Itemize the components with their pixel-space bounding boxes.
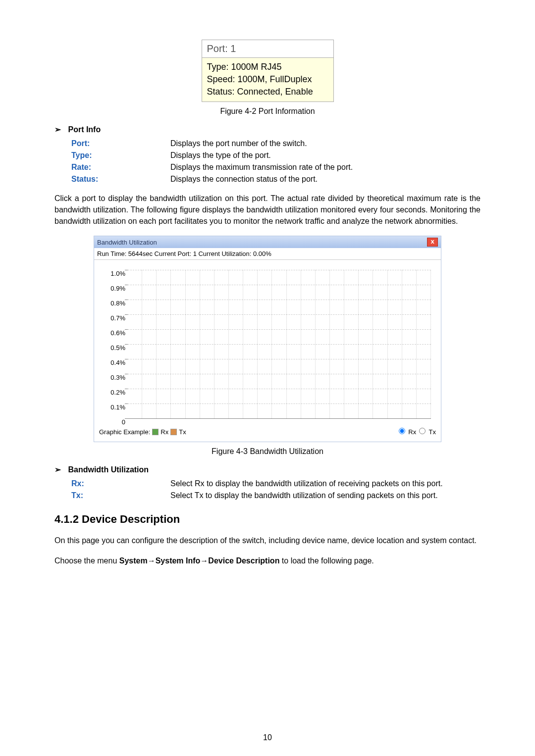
y-tick-label: 0.1% — [103, 403, 125, 411]
bandwidth-run-info: Run Time: 5644sec Current Port: 1 Curren… — [94, 248, 441, 260]
y-tick — [125, 374, 128, 374]
y-tick-label: 0.3% — [103, 374, 125, 381]
y-tick — [125, 418, 128, 419]
bandwidth-chart: 1.0%0.9%0.8%0.7%0.6%0.5%0.4%0.3%0.2%0.1%… — [94, 260, 441, 423]
definition-desc: Select Rx to display the bandwidth utili… — [170, 479, 481, 488]
menu-path-pre: Choose the menu — [54, 556, 119, 565]
gridline — [128, 270, 431, 270]
y-tick-label: 0.6% — [103, 329, 125, 337]
definition-desc: Displays the port number of the switch. — [170, 139, 481, 148]
legend-prefix: Graphic Example: — [99, 428, 150, 436]
gridline — [128, 374, 431, 374]
chart-plot-area: 1.0%0.9%0.8%0.7%0.6%0.5%0.4%0.3%0.2%0.1%… — [128, 270, 431, 419]
y-tick-label: 1.0% — [103, 270, 125, 277]
y-tick — [125, 314, 128, 315]
bandwidth-legend: Graphic Example: Rx Tx Rx Tx — [94, 423, 441, 442]
port-box-body: Type: 1000M RJ45 Speed: 1000M, FullDuple… — [202, 58, 333, 101]
bandwidth-panel-title: Bandwidth Utilization — [97, 239, 427, 246]
gridline — [128, 285, 431, 285]
port-info-box: Port: 1 Type: 1000M RJ45 Speed: 1000M, F… — [202, 40, 334, 102]
definition-label: Rate: — [71, 163, 170, 172]
y-tick-label: 0.5% — [103, 344, 125, 352]
y-tick-label: 0.8% — [103, 300, 125, 307]
figure-4-3-caption: Figure 4-3 Bandwidth Utilization — [54, 447, 481, 456]
section-4-1-2-heading: 4.1.2 Device Description — [54, 513, 481, 526]
y-tick — [125, 270, 128, 270]
y-tick-label: 0.7% — [103, 314, 125, 322]
tx-radio-wrapper[interactable]: Tx — [419, 428, 436, 436]
y-tick — [125, 403, 128, 404]
menu-path-post: to load the following page. — [279, 556, 374, 565]
definition-label: Status: — [71, 175, 170, 184]
definition-desc: Displays the type of the port. — [170, 151, 481, 160]
figure-4-2-caption: Figure 4-2 Port Information — [54, 107, 481, 116]
definition-row: Rx:Select Rx to display the bandwidth ut… — [71, 479, 481, 488]
arrow-icon: ➢ — [54, 465, 61, 474]
definition-label: Rx: — [71, 479, 170, 488]
port-info-heading: ➢ Port Info — [54, 125, 481, 134]
definition-desc: Displays the connection status of the po… — [170, 175, 481, 184]
definition-label: Type: — [71, 151, 170, 160]
gridline — [128, 314, 431, 315]
gridline — [128, 329, 431, 330]
port-speed-line: Speed: 1000M, FullDuplex — [207, 73, 328, 86]
close-icon[interactable]: x — [427, 238, 438, 247]
menu-path-paragraph: Choose the menu System→System Info→Devic… — [54, 555, 481, 566]
gridline — [128, 300, 431, 300]
definition-row: Type:Displays the type of the port. — [71, 151, 481, 160]
y-tick — [125, 359, 128, 359]
rx-radio[interactable] — [399, 428, 405, 434]
definition-row: Status:Displays the connection status of… — [71, 175, 481, 184]
legend-swatch-rx-icon — [152, 429, 159, 435]
page-number: 10 — [0, 733, 535, 742]
y-tick — [125, 389, 128, 389]
port-status-line: Status: Connected, Enable — [207, 86, 328, 98]
bandwidth-panel-titlebar: Bandwidth Utilization x — [94, 236, 441, 248]
rx-radio-label: Rx — [408, 428, 416, 436]
legend-tx-label: Tx — [179, 428, 186, 436]
legend-rx-label: Rx — [160, 428, 168, 436]
definition-label: Port: — [71, 139, 170, 148]
definition-desc: Displays the maximum transmission rate o… — [170, 163, 481, 172]
legend-right: Rx Tx — [399, 428, 436, 436]
y-tick — [125, 329, 128, 330]
y-tick — [125, 300, 128, 300]
gridline — [128, 344, 431, 345]
rx-radio-wrapper[interactable]: Rx — [399, 428, 417, 436]
port-click-paragraph: Click a port to display the bandwidth ut… — [54, 193, 481, 227]
tx-radio-label: Tx — [429, 428, 436, 436]
definition-row: Rate:Displays the maximum transmission r… — [71, 163, 481, 172]
legend-left: Graphic Example: Rx Tx — [99, 428, 399, 436]
y-tick-label: 0.4% — [103, 359, 125, 366]
port-type-line: Type: 1000M RJ45 — [207, 61, 328, 73]
y-tick-label: 0.9% — [103, 285, 125, 292]
bandwidth-panel: Bandwidth Utilization x Run Time: 5644se… — [94, 236, 441, 442]
definition-desc: Select Tx to display the bandwidth utili… — [170, 491, 481, 500]
gridline — [128, 389, 431, 389]
gridline — [128, 403, 431, 404]
device-description-paragraph: On this page you can configure the descr… — [54, 535, 481, 546]
port-info-heading-text: Port Info — [68, 125, 101, 134]
definition-row: Tx:Select Tx to display the bandwidth ut… — [71, 491, 481, 500]
gridline — [128, 359, 431, 359]
y-tick-label: 0 — [103, 418, 125, 426]
definition-label: Tx: — [71, 491, 170, 500]
bandwidth-utilization-heading: ➢ Bandwidth Utilization — [54, 465, 481, 474]
port-box-header: Port: 1 — [202, 40, 333, 58]
bandwidth-definitions: Rx:Select Rx to display the bandwidth ut… — [71, 479, 481, 500]
legend-swatch-tx-icon — [170, 429, 177, 435]
menu-path-bold: System→System Info→Device Description — [119, 556, 280, 565]
y-tick — [125, 344, 128, 345]
y-tick — [125, 285, 128, 285]
tx-radio[interactable] — [419, 428, 426, 434]
arrow-icon: ➢ — [54, 125, 61, 134]
definition-row: Port:Displays the port number of the swi… — [71, 139, 481, 148]
bandwidth-utilization-heading-text: Bandwidth Utilization — [68, 465, 149, 474]
port-info-definitions: Port:Displays the port number of the swi… — [71, 139, 481, 184]
y-tick-label: 0.2% — [103, 389, 125, 396]
